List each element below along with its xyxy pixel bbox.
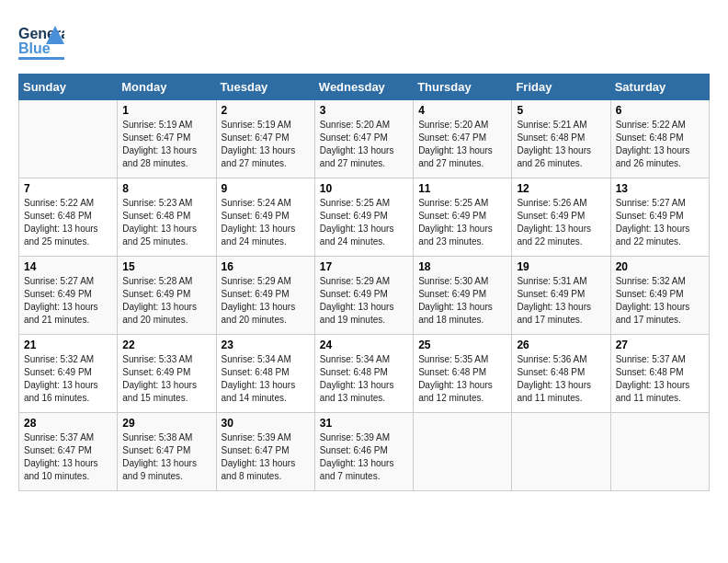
day-cell: 6Sunrise: 5:22 AMSunset: 6:48 PMDaylight… xyxy=(610,100,709,178)
day-number: 26 xyxy=(517,339,605,351)
day-number: 14 xyxy=(24,260,112,273)
day-number: 16 xyxy=(222,260,310,273)
day-info: Sunrise: 5:39 AMSunset: 6:46 PMDaylight:… xyxy=(320,431,408,483)
day-cell xyxy=(512,413,610,491)
day-cell: 30Sunrise: 5:39 AMSunset: 6:47 PMDayligh… xyxy=(216,413,314,491)
day-info: Sunrise: 5:32 AMSunset: 6:49 PMDaylight:… xyxy=(24,353,112,405)
day-info: Sunrise: 5:31 AMSunset: 6:49 PMDaylight:… xyxy=(517,275,605,327)
day-cell: 13Sunrise: 5:27 AMSunset: 6:49 PMDayligh… xyxy=(610,178,709,257)
day-number: 17 xyxy=(320,260,408,273)
day-info: Sunrise: 5:35 AMSunset: 6:48 PMDaylight:… xyxy=(418,353,506,405)
day-info: Sunrise: 5:27 AMSunset: 6:49 PMDaylight:… xyxy=(616,197,704,248)
day-number: 15 xyxy=(122,260,210,273)
day-number: 29 xyxy=(122,417,210,430)
col-header-wednesday: Wednesday xyxy=(314,75,413,100)
day-info: Sunrise: 5:32 AMSunset: 6:49 PMDaylight:… xyxy=(616,275,704,327)
day-number: 3 xyxy=(320,104,408,117)
day-info: Sunrise: 5:20 AMSunset: 6:47 PMDaylight:… xyxy=(418,119,506,170)
day-number: 4 xyxy=(418,104,506,117)
day-cell: 18Sunrise: 5:30 AMSunset: 6:49 PMDayligh… xyxy=(414,257,512,335)
col-header-sunday: Sunday xyxy=(19,75,118,100)
day-info: Sunrise: 5:37 AMSunset: 6:47 PMDaylight:… xyxy=(24,431,112,483)
day-info: Sunrise: 5:19 AMSunset: 6:47 PMDaylight:… xyxy=(122,119,210,170)
day-cell: 17Sunrise: 5:29 AMSunset: 6:49 PMDayligh… xyxy=(314,257,413,335)
day-cell: 12Sunrise: 5:26 AMSunset: 6:49 PMDayligh… xyxy=(512,178,610,257)
svg-text:Blue: Blue xyxy=(18,40,51,56)
day-cell: 16Sunrise: 5:29 AMSunset: 6:49 PMDayligh… xyxy=(216,257,314,335)
day-cell: 11Sunrise: 5:25 AMSunset: 6:49 PMDayligh… xyxy=(414,178,512,257)
week-row-5: 28Sunrise: 5:37 AMSunset: 6:47 PMDayligh… xyxy=(19,413,710,491)
day-cell: 14Sunrise: 5:27 AMSunset: 6:49 PMDayligh… xyxy=(19,257,118,335)
day-cell: 10Sunrise: 5:25 AMSunset: 6:49 PMDayligh… xyxy=(314,178,413,257)
day-number: 6 xyxy=(616,104,704,117)
day-cell: 9Sunrise: 5:24 AMSunset: 6:49 PMDaylight… xyxy=(216,178,314,257)
day-info: Sunrise: 5:37 AMSunset: 6:48 PMDaylight:… xyxy=(616,353,704,405)
day-number: 19 xyxy=(517,260,605,273)
calendar-body: 1Sunrise: 5:19 AMSunset: 6:47 PMDaylight… xyxy=(19,100,710,491)
day-cell: 26Sunrise: 5:36 AMSunset: 6:48 PMDayligh… xyxy=(512,335,610,413)
week-row-1: 1Sunrise: 5:19 AMSunset: 6:47 PMDaylight… xyxy=(19,100,710,178)
col-header-tuesday: Tuesday xyxy=(216,75,314,100)
logo: General Blue xyxy=(18,18,64,64)
day-number: 7 xyxy=(24,182,112,195)
col-header-saturday: Saturday xyxy=(610,75,709,100)
day-cell: 5Sunrise: 5:21 AMSunset: 6:48 PMDaylight… xyxy=(512,100,610,178)
day-info: Sunrise: 5:29 AMSunset: 6:49 PMDaylight:… xyxy=(320,275,408,327)
day-info: Sunrise: 5:34 AMSunset: 6:48 PMDaylight:… xyxy=(222,353,310,405)
day-number: 18 xyxy=(418,260,506,273)
day-info: Sunrise: 5:34 AMSunset: 6:48 PMDaylight:… xyxy=(320,353,408,405)
day-number: 5 xyxy=(517,104,605,117)
day-info: Sunrise: 5:27 AMSunset: 6:49 PMDaylight:… xyxy=(24,275,112,327)
day-cell xyxy=(414,413,512,491)
day-cell: 29Sunrise: 5:38 AMSunset: 6:47 PMDayligh… xyxy=(118,413,216,491)
day-info: Sunrise: 5:30 AMSunset: 6:49 PMDaylight:… xyxy=(418,275,506,327)
col-header-monday: Monday xyxy=(118,75,216,100)
day-cell xyxy=(19,100,118,178)
day-info: Sunrise: 5:22 AMSunset: 6:48 PMDaylight:… xyxy=(616,119,704,170)
day-info: Sunrise: 5:29 AMSunset: 6:49 PMDaylight:… xyxy=(222,275,310,327)
day-number: 23 xyxy=(222,339,310,351)
day-number: 12 xyxy=(517,182,605,195)
day-info: Sunrise: 5:23 AMSunset: 6:48 PMDaylight:… xyxy=(122,197,210,248)
day-info: Sunrise: 5:38 AMSunset: 6:47 PMDaylight:… xyxy=(122,431,210,483)
day-number: 21 xyxy=(24,339,112,351)
day-cell: 28Sunrise: 5:37 AMSunset: 6:47 PMDayligh… xyxy=(19,413,118,491)
day-cell: 20Sunrise: 5:32 AMSunset: 6:49 PMDayligh… xyxy=(610,257,709,335)
day-info: Sunrise: 5:36 AMSunset: 6:48 PMDaylight:… xyxy=(517,353,605,405)
day-number: 31 xyxy=(320,417,408,430)
day-info: Sunrise: 5:24 AMSunset: 6:49 PMDaylight:… xyxy=(222,197,310,248)
day-number: 25 xyxy=(418,339,506,351)
logo-icon: General Blue xyxy=(18,18,64,64)
day-cell: 21Sunrise: 5:32 AMSunset: 6:49 PMDayligh… xyxy=(19,335,118,413)
day-cell: 3Sunrise: 5:20 AMSunset: 6:47 PMDaylight… xyxy=(314,100,413,178)
day-number: 28 xyxy=(24,417,112,430)
day-number: 27 xyxy=(616,339,704,351)
day-cell: 25Sunrise: 5:35 AMSunset: 6:48 PMDayligh… xyxy=(414,335,512,413)
day-number: 30 xyxy=(222,417,310,430)
col-header-friday: Friday xyxy=(512,75,610,100)
week-row-3: 14Sunrise: 5:27 AMSunset: 6:49 PMDayligh… xyxy=(19,257,710,335)
day-info: Sunrise: 5:26 AMSunset: 6:49 PMDaylight:… xyxy=(517,197,605,248)
day-cell: 2Sunrise: 5:19 AMSunset: 6:47 PMDaylight… xyxy=(216,100,314,178)
day-number: 11 xyxy=(418,182,506,195)
day-number: 24 xyxy=(320,339,408,351)
day-number: 2 xyxy=(222,104,310,117)
day-cell: 1Sunrise: 5:19 AMSunset: 6:47 PMDaylight… xyxy=(118,100,216,178)
day-cell: 7Sunrise: 5:22 AMSunset: 6:48 PMDaylight… xyxy=(19,178,118,257)
day-info: Sunrise: 5:25 AMSunset: 6:49 PMDaylight:… xyxy=(418,197,506,248)
day-cell: 8Sunrise: 5:23 AMSunset: 6:48 PMDaylight… xyxy=(118,178,216,257)
day-info: Sunrise: 5:19 AMSunset: 6:47 PMDaylight:… xyxy=(222,119,310,170)
day-info: Sunrise: 5:33 AMSunset: 6:49 PMDaylight:… xyxy=(122,353,210,405)
day-cell: 22Sunrise: 5:33 AMSunset: 6:49 PMDayligh… xyxy=(118,335,216,413)
day-info: Sunrise: 5:21 AMSunset: 6:48 PMDaylight:… xyxy=(517,119,605,170)
day-info: Sunrise: 5:39 AMSunset: 6:47 PMDaylight:… xyxy=(222,431,310,483)
day-info: Sunrise: 5:20 AMSunset: 6:47 PMDaylight:… xyxy=(320,119,408,170)
day-number: 22 xyxy=(122,339,210,351)
day-number: 8 xyxy=(122,182,210,195)
day-number: 10 xyxy=(320,182,408,195)
calendar-header-row: SundayMondayTuesdayWednesdayThursdayFrid… xyxy=(19,75,710,100)
day-info: Sunrise: 5:25 AMSunset: 6:49 PMDaylight:… xyxy=(320,197,408,248)
calendar-table: SundayMondayTuesdayWednesdayThursdayFrid… xyxy=(18,74,710,491)
day-cell xyxy=(610,413,709,491)
day-cell: 27Sunrise: 5:37 AMSunset: 6:48 PMDayligh… xyxy=(610,335,709,413)
